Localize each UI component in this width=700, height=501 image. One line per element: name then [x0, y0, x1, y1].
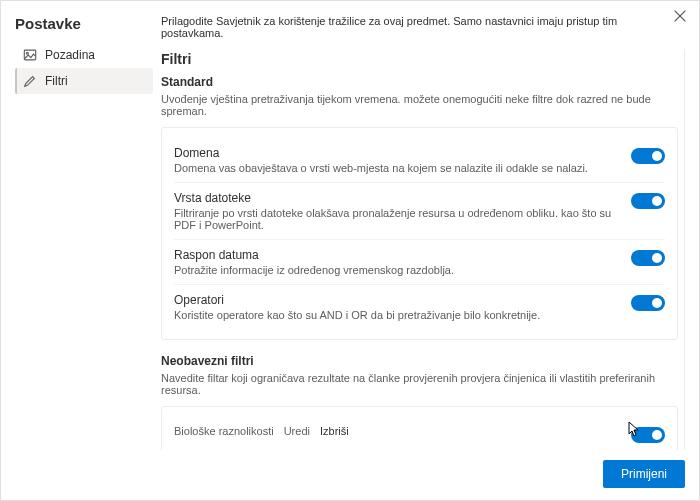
filter-title: Raspon datuma — [174, 248, 259, 262]
filter-row-bioloske: Biološke raznolikosti Uredi Izbriši — [174, 417, 665, 450]
close-button[interactable] — [673, 9, 689, 25]
close-icon — [673, 9, 687, 23]
section-heading-standard: Standard — [161, 75, 678, 89]
sidebar-item-pozadina[interactable]: Pozadina — [15, 42, 153, 68]
pencil-icon — [23, 74, 37, 88]
toggle-bioloske[interactable] — [631, 427, 665, 443]
sidebar-item-filtri[interactable]: Filtri — [15, 68, 153, 94]
filter-title: Domena — [174, 146, 219, 160]
filter-row-vrsta-datoteke: Vrsta datoteke Filtriranje po vrsti dato… — [174, 183, 665, 240]
filter-title: Operatori — [174, 293, 224, 307]
settings-dialog: Postavke Pozadina Filtri Prilagodite Sav… — [0, 0, 700, 501]
sidebar-item-label: Filtri — [45, 74, 68, 88]
filter-title: Biološke raznolikosti — [174, 425, 274, 437]
filter-row-domena: Domena Domena vas obavještava o vrsti we… — [174, 138, 665, 183]
svg-point-3 — [26, 52, 28, 54]
optional-filters-card: Biološke raznolikosti Uredi Izbriši — [161, 406, 678, 450]
filter-desc: Filtriranje po vrsti datoteke olakšava p… — [174, 207, 631, 231]
apply-button[interactable]: Primijeni — [603, 460, 685, 488]
section-desc-optional: Navedite filtar koji ograničava rezultat… — [161, 372, 678, 396]
scroll-area[interactable]: Filtri Standard Uvođenje vještina pretra… — [161, 49, 685, 450]
filter-desc: Domena vas obavještava o vrsti web-mjest… — [174, 162, 631, 174]
filter-desc: Koristite operatore kao što su AND i OR … — [174, 309, 631, 321]
dialog-footer: Primijeni — [1, 450, 699, 500]
dialog-subtitle: Prilagodite Savjetnik za korištenje traž… — [161, 15, 685, 39]
toggle-domena[interactable] — [631, 148, 665, 164]
filter-row-operatori: Operatori Koristite operatore kao što su… — [174, 285, 665, 329]
sidebar-item-label: Pozadina — [45, 48, 95, 62]
delete-link[interactable]: Izbriši — [320, 425, 349, 437]
section-heading-filtri: Filtri — [161, 51, 678, 67]
section-heading-optional: Neobavezni filtri — [161, 354, 678, 368]
standard-filters-card: Domena Domena vas obavještava o vrsti we… — [161, 127, 678, 340]
section-desc-standard: Uvođenje vještina pretraživanja tijekom … — [161, 93, 678, 117]
sidebar: Postavke Pozadina Filtri — [1, 1, 153, 450]
toggle-vrsta-datoteke[interactable] — [631, 193, 665, 209]
dialog-title: Postavke — [15, 15, 153, 32]
filter-title: Vrsta datoteke — [174, 191, 251, 205]
toggle-operatori[interactable] — [631, 295, 665, 311]
filter-desc: Potražite informacije iz određenog vreme… — [174, 264, 631, 276]
main-panel: Prilagodite Savjetnik za korištenje traž… — [153, 1, 699, 450]
edit-link[interactable]: Uredi — [284, 425, 310, 437]
image-icon — [23, 48, 37, 62]
toggle-raspon-datuma[interactable] — [631, 250, 665, 266]
filter-row-raspon-datuma: Raspon datuma Potražite informacije iz o… — [174, 240, 665, 285]
